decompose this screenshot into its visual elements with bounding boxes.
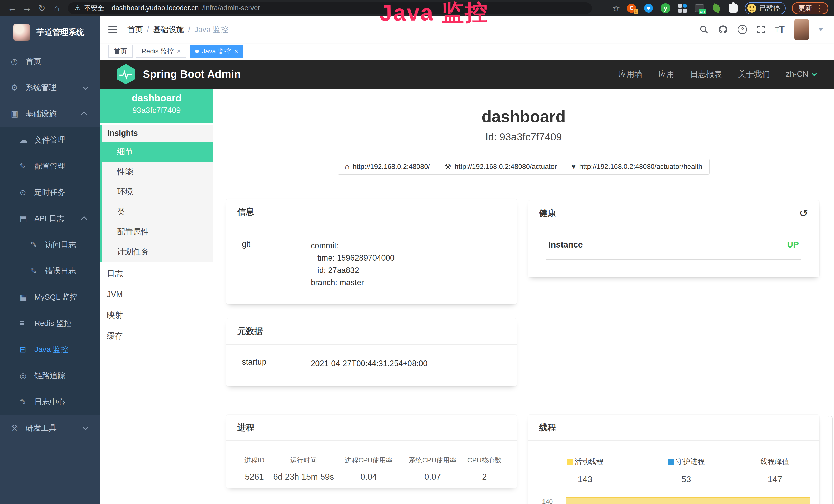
browser-back-button[interactable]: ← — [5, 3, 20, 13]
warning-icon: ⚠ — [74, 4, 81, 12]
health-row-label: Instance — [548, 240, 583, 250]
instance-title: dashboard — [213, 107, 834, 126]
sba-nav-journal[interactable]: 日志报表 — [690, 69, 722, 79]
sidebar-item-file[interactable]: ☁ 文件管理 — [0, 127, 100, 153]
metadata-key: startup — [242, 358, 311, 370]
sba-nav-wallboard[interactable]: 应用墙 — [618, 69, 642, 79]
update-browser-button[interactable]: 更新 ⋮ — [792, 2, 828, 15]
paused-profile-button[interactable]: 已暂停 — [745, 2, 786, 15]
breadcrumb-infra[interactable]: 基础设施 — [153, 24, 184, 35]
history-icon[interactable]: ↺ — [799, 207, 808, 220]
metadata-value: 2021-04-27T00:44:31.254+08:00 — [311, 358, 427, 370]
address-divider — [108, 5, 108, 12]
sidebar-item-trace[interactable]: ◎ 链路追踪 — [0, 363, 100, 389]
extension-colorzilla-icon[interactable]: C 1 — [626, 3, 637, 14]
sidebar-item-java[interactable]: ⊟ Java 监控 — [0, 336, 100, 363]
process-header-sys-cpu: 系统CPU使用率 — [401, 456, 465, 465]
app-header: 首页 / 基础设施 / Java 监控 ? TT — [100, 16, 834, 43]
home-icon: ⌂ — [345, 162, 349, 171]
browser-forward-button[interactable]: → — [20, 3, 35, 13]
extension-pin-icon[interactable] — [643, 3, 654, 14]
fullscreen-icon[interactable] — [757, 25, 765, 34]
sba-menu-mappings[interactable]: 映射 — [100, 305, 213, 325]
browser-reload-button[interactable]: ↻ — [35, 3, 49, 13]
actuator-url-button[interactable]: ⚒ http://192.168.0.2:48080/actuator — [437, 159, 564, 175]
sba-brand-title: Spring Boot Admin — [143, 68, 241, 81]
github-icon[interactable] — [718, 25, 728, 35]
breadcrumb-home[interactable]: 首页 — [127, 24, 143, 35]
info-git-row: git commit: time: 1596289704000 id: 27aa… — [242, 225, 501, 298]
gear-icon: ⚙ — [11, 83, 26, 92]
database-icon: ▦ — [20, 293, 35, 302]
chevron-down-icon — [812, 71, 817, 76]
screen-icon: ⊟ — [20, 345, 35, 354]
sba-nav-applications[interactable]: 应用 — [658, 69, 674, 79]
sba-app-name: dashboard — [100, 93, 213, 104]
browser-toolbar: ← → ↻ ⌂ ⚠ 不安全 dashboard.yudao.iocoder.cn… — [0, 0, 834, 16]
sba-menu-config-props[interactable]: 配置属性 — [102, 222, 213, 242]
sba-menu-classes[interactable]: 类 — [102, 202, 213, 222]
extensions-area: ☆ C 1 y on 已暂停 更新 ⋮ — [612, 2, 829, 15]
sidebar-item-job[interactable]: ⊙ 定时任务 — [0, 179, 100, 205]
browser-home-button[interactable]: ⌂ — [49, 3, 64, 13]
edit-icon: ✎ — [20, 397, 35, 407]
sidebar-item-access-log[interactable]: ✎ 访问日志 — [0, 232, 100, 258]
address-bar[interactable]: ⚠ 不安全 dashboard.yudao.iocoder.cn/infra/a… — [68, 2, 592, 14]
page: ← → ↻ ⌂ ⚠ 不安全 dashboard.yudao.iocoder.cn… — [0, 0, 834, 504]
scrollbar-thumb[interactable] — [828, 416, 833, 504]
tags-bar: 首页 Redis 监控 × Java 监控 × — [100, 43, 834, 60]
sba-nav-about[interactable]: 关于我们 — [738, 69, 770, 79]
process-card-title: 进程 — [226, 415, 517, 441]
close-icon[interactable]: × — [177, 47, 181, 55]
health-url-button[interactable]: ♥ http://192.168.0.2:48080/actuator/heal… — [564, 159, 710, 175]
bookmark-star-icon[interactable]: ☆ — [612, 3, 620, 13]
sidebar-item-config[interactable]: ✎ 配置管理 — [0, 153, 100, 179]
sidebar-item-home[interactable]: ◴ 首页 — [0, 48, 100, 74]
threads-chart: 140 120 100 — [528, 496, 819, 504]
text-size-icon[interactable]: TT — [775, 24, 785, 35]
extension-puzzle-icon[interactable] — [728, 3, 739, 14]
close-icon[interactable]: × — [234, 47, 238, 55]
user-avatar[interactable] — [794, 19, 809, 40]
sba-menu-caches[interactable]: 缓存 — [100, 325, 213, 346]
sba-menu-metrics[interactable]: 性能 — [102, 162, 213, 182]
extension-leaf-icon[interactable] — [711, 3, 722, 14]
sba-menu-scheduled-tasks[interactable]: 计划任务 — [102, 242, 213, 262]
sba-menu-environment[interactable]: 环境 — [102, 182, 213, 202]
spring-boot-admin-logo — [116, 63, 136, 85]
help-icon[interactable]: ? — [738, 25, 747, 34]
sidebar-item-redis[interactable]: ≡ Redis 监控 — [0, 310, 100, 336]
emoji-face-icon — [747, 4, 756, 13]
metadata-row: startup 2021-04-27T00:44:31.254+08:00 — [242, 345, 501, 379]
tag-java-active[interactable]: Java 监控 × — [190, 45, 243, 58]
sba-menu-logs[interactable]: 日志 — [100, 263, 213, 284]
extension-grid-icon[interactable] — [677, 3, 688, 14]
hamburger-icon[interactable] — [108, 25, 117, 34]
edit-icon: ✎ — [30, 240, 45, 250]
sba-menu-details[interactable]: 细节 — [100, 142, 213, 162]
health-card-title: 健康 — [539, 207, 556, 219]
monitor-icon: ▣ — [11, 109, 26, 119]
search-icon[interactable] — [700, 25, 708, 34]
tag-redis[interactable]: Redis 监控 × — [136, 45, 186, 58]
extension-switch-icon[interactable]: on — [694, 3, 705, 14]
home-url-button[interactable]: ⌂ http://192.168.0.2:48080/ — [337, 159, 437, 175]
sidebar-item-log-center[interactable]: ✎ 日志中心 — [0, 389, 100, 415]
menu-dots-icon[interactable]: ⋮ — [816, 4, 824, 13]
sidebar-item-infra[interactable]: ▣ 基础设施 — [0, 101, 100, 127]
eye-icon: ◎ — [20, 371, 35, 381]
avatar-caret-icon[interactable] — [818, 28, 823, 31]
sidebar-item-dev-tools[interactable]: ⚒ 研发工具 — [0, 415, 100, 441]
sidebar-item-api-log[interactable]: ▤ API 日志 — [0, 205, 100, 232]
daemon-threads-value: 53 — [637, 474, 736, 484]
sidebar-item-mysql[interactable]: ▦ MySQL 监控 — [0, 284, 100, 310]
extension-y-icon[interactable]: y — [660, 3, 671, 14]
url-host: dashboard.yudao.iocoder.cn — [111, 4, 199, 12]
sidebar-item-system[interactable]: ⚙ 系统管理 — [0, 74, 100, 101]
info-card-title: 信息 — [226, 199, 517, 225]
sba-instance-id: 93a3fc7f7409 — [100, 106, 213, 115]
tag-home[interactable]: 首页 — [108, 45, 133, 58]
sidebar-item-error-log[interactable]: ✎ 错误日志 — [0, 258, 100, 284]
sba-language-select[interactable]: zh-CN — [786, 70, 815, 79]
sba-menu-jvm[interactable]: JVM — [100, 284, 213, 305]
